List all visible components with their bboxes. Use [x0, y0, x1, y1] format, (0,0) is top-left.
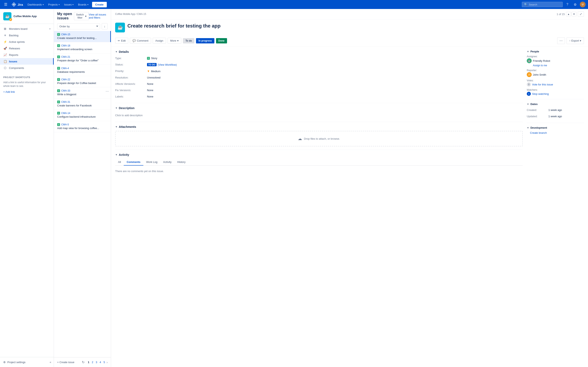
- assign-to-me-link[interactable]: Assign to me: [533, 64, 584, 67]
- switch-filter-button[interactable]: Switch filter ▾: [74, 12, 89, 20]
- sidebar-label-reports: Reports: [9, 53, 18, 57]
- status-badge: TO DO: [147, 63, 156, 66]
- issue-dots-cma33[interactable]: ⋯: [105, 89, 109, 93]
- more-button[interactable]: More ▾: [168, 38, 182, 44]
- inprogress-button[interactable]: In progress: [196, 38, 214, 43]
- sidebar-item-issues[interactable]: 📋 Issues: [0, 58, 54, 65]
- dates-section-header[interactable]: ▼ Dates: [527, 103, 584, 106]
- nav-dashboards[interactable]: Dashboards ▾: [26, 2, 46, 7]
- section-divider-4: [527, 99, 584, 99]
- status-value: TO DO (View Workflow): [147, 62, 523, 67]
- export-label: Export: [571, 39, 579, 42]
- page-2[interactable]: 2: [91, 360, 94, 364]
- issues-icon: 📋: [3, 60, 7, 63]
- pagination-next-icon[interactable]: ›: [107, 361, 108, 364]
- view-all-issues-link[interactable]: View all issues and filters: [89, 13, 108, 19]
- assign-button[interactable]: Assign: [153, 38, 166, 44]
- page-3[interactable]: 3: [95, 360, 98, 364]
- project-settings-button[interactable]: ⚙ Project settings: [0, 359, 47, 365]
- refresh-icon[interactable]: ↻: [82, 360, 85, 364]
- people-section-header[interactable]: ▼ People: [527, 50, 584, 53]
- details-section-header[interactable]: ▼ Details: [115, 50, 523, 53]
- sidebar-item-releases[interactable]: 🚀 Releases: [0, 45, 54, 52]
- create-issue-label: + Create issue: [57, 361, 74, 364]
- watchers-field: Watchers: 1 Stop watching: [527, 89, 584, 96]
- issue-title-cma33: Write a blogpost: [57, 92, 108, 96]
- sidebar-item-reports[interactable]: 📈 Reports: [0, 52, 54, 58]
- nav-issues[interactable]: Issues ▾: [62, 2, 76, 7]
- issue-item-cma22[interactable]: S CMA-22 Prepare design for Coffee baske…: [54, 76, 111, 87]
- edit-button[interactable]: ✏ Edit: [115, 38, 128, 44]
- sidebar-item-active-sprints[interactable]: ⚡ Active sprints: [0, 39, 54, 45]
- sidebar-item-monsters-board[interactable]: ⊞ Monsters board ▾: [0, 25, 54, 32]
- attachments-dropzone[interactable]: ☁ Drop files to attach, or browse.: [115, 131, 523, 146]
- share-button[interactable]: ⋯: [557, 37, 565, 44]
- done-button[interactable]: Done: [216, 38, 227, 43]
- sidebar-footer: ⚙ Project settings «: [0, 357, 54, 367]
- issue-prev-button[interactable]: ▲: [566, 12, 571, 16]
- help-button[interactable]: ?: [564, 1, 571, 8]
- activity-toggle-icon: ▼: [115, 153, 118, 156]
- issue-item-cma18[interactable]: S CMA-18 Implement onboarding screen: [54, 42, 111, 53]
- story-icon-cma5: S: [57, 123, 60, 126]
- tab-activity[interactable]: Activity: [160, 159, 174, 166]
- page-1[interactable]: 1: [87, 360, 90, 364]
- page-5[interactable]: 5: [103, 360, 106, 364]
- tab-worklog[interactable]: Work Log: [143, 159, 160, 166]
- activity-section-title: Activity: [119, 153, 129, 156]
- create-branch-link[interactable]: Create branch: [527, 131, 584, 134]
- issue-item-cma14[interactable]: S CMA-14 Configure backend infrastructur…: [54, 110, 111, 121]
- story-icon-cma4: S: [57, 67, 60, 70]
- sidebar-nav: ⊞ Monsters board ▾ ≡ Backlog ⚡ Active sp…: [0, 24, 54, 73]
- sidebar-item-components[interactable]: ⬡ Components: [0, 65, 54, 71]
- nav-projects[interactable]: Projects ▾: [46, 2, 62, 7]
- tab-history[interactable]: History: [174, 159, 188, 166]
- reporter-avatar: JS: [527, 72, 532, 77]
- issue-next-button[interactable]: ▼: [571, 12, 577, 16]
- create-button[interactable]: Create: [92, 2, 107, 7]
- description-placeholder[interactable]: Click to add description: [115, 112, 523, 118]
- attachments-section-header[interactable]: ▼ Attachments: [115, 125, 523, 128]
- menu-icon[interactable]: ☰: [2, 1, 9, 8]
- comment-button[interactable]: 💬 Comment: [130, 38, 151, 44]
- project-avatar: ☕ ★: [3, 12, 11, 20]
- jira-logo-text: Jira: [17, 3, 23, 6]
- issue-item-cma21[interactable]: S CMA-21 Prepare design for "Order a cof…: [54, 53, 111, 65]
- development-section-header[interactable]: ▼ Development: [527, 126, 584, 129]
- export-button[interactable]: ↑ Export ▾: [567, 37, 584, 44]
- search-input[interactable]: [529, 3, 561, 6]
- settings-button[interactable]: ⚙: [572, 1, 578, 8]
- dates-section-title: Dates: [530, 103, 537, 106]
- view-workflow-link[interactable]: (View Workflow): [158, 63, 177, 66]
- stop-watching-link[interactable]: Stop watching: [532, 92, 549, 95]
- page-4[interactable]: 4: [99, 360, 102, 364]
- order-by-select[interactable]: Order by Created Updated Priority: [57, 24, 100, 29]
- issue-item-cma5[interactable]: S CMA-5 Add map view for browsing coffee…: [54, 121, 111, 132]
- user-avatar[interactable]: U: [580, 2, 586, 7]
- todo-button[interactable]: To do: [183, 38, 194, 43]
- breadcrumb[interactable]: Coffee Mobile App / CMA-15: [115, 13, 146, 16]
- sidebar-collapse-button[interactable]: «: [47, 359, 54, 365]
- search-box[interactable]: 🔍: [522, 2, 563, 7]
- tab-comments[interactable]: Comments: [124, 159, 143, 166]
- vote-link[interactable]: Vote for this issue: [532, 83, 553, 86]
- expand-button[interactable]: ⤢: [578, 11, 584, 17]
- add-link-button[interactable]: + Add link: [0, 90, 54, 96]
- issue-item-cma33[interactable]: S CMA-33 Write a blogpost ⋯: [54, 87, 111, 99]
- description-section-header[interactable]: ▼ Description: [115, 106, 523, 110]
- sidebar-item-backlog[interactable]: ≡ Backlog: [0, 32, 54, 39]
- settings-gear-icon: ⚙: [3, 361, 6, 364]
- attachments-toggle-icon: ▼: [115, 125, 118, 128]
- issue-item-cma31[interactable]: S CMA-31 Create banners for Facebook: [54, 99, 111, 110]
- assignee-value: 🤖 Friendly Robot: [527, 58, 584, 63]
- jira-logo[interactable]: Jira: [10, 1, 25, 8]
- issue-item-cma15[interactable]: S CMA-15 Create research brief for testi…: [54, 31, 111, 42]
- sidebar-label-active-sprints: Active sprints: [9, 40, 25, 43]
- issue-item-cma4[interactable]: S CMA-4 Database requirements: [54, 65, 111, 76]
- tab-all[interactable]: All: [115, 159, 124, 166]
- order-direction-button[interactable]: ↓: [102, 23, 108, 29]
- nav-boards[interactable]: Boards ▾: [76, 2, 90, 7]
- create-issue-button[interactable]: + Create issue: [57, 359, 74, 365]
- dates-section: ▼ Dates Created: 1 week ago Updated: 1 w…: [527, 103, 584, 119]
- reporter-name: John Smith: [533, 73, 546, 76]
